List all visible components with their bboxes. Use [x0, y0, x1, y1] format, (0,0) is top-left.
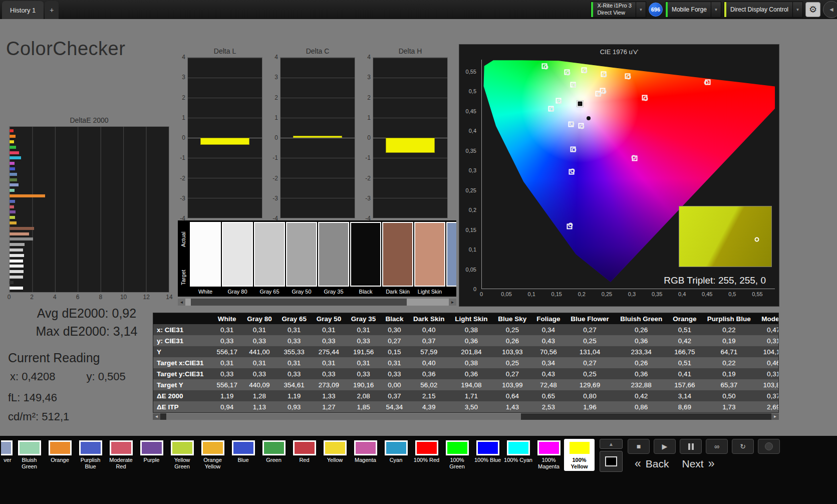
axis-tick: 2	[274, 94, 278, 101]
axis-tick: -3	[180, 195, 185, 202]
cie-1976-panel: CIE 1976 u'v' 00,050,10,150,20,250,30,35…	[459, 44, 779, 307]
pattern-patch-cyan[interactable]: Cyan	[381, 439, 411, 465]
table-scrollbar[interactable]: ◄ ►	[153, 413, 779, 420]
measurement-marker	[597, 92, 602, 97]
table-column-header: White	[212, 313, 242, 324]
deltae-bar	[10, 135, 16, 138]
table-column-header: Gray 80	[242, 313, 276, 324]
scroll-left-button[interactable]: ◄	[178, 299, 185, 306]
deltae-bar	[10, 194, 45, 197]
play-button[interactable]: ▶	[654, 439, 676, 454]
pattern-up-button[interactable]: ▲	[600, 439, 623, 449]
swatch-strip-scrollbar[interactable]: ◄ ►	[178, 299, 456, 306]
pattern-patch-red[interactable]: Red	[289, 439, 320, 465]
table-cell: 103,87	[756, 379, 779, 390]
table-cell: 2,53	[531, 401, 565, 412]
repeat-button[interactable]: ↻	[732, 439, 754, 454]
axis-tick: 0	[480, 291, 483, 297]
results-table-wrap: WhiteGray 80Gray 65Gray 50Gray 35BlackDa…	[153, 313, 779, 413]
swatch-label: Gray 65	[254, 287, 285, 297]
pattern-patch-100-yellow[interactable]: 100% Yellow	[564, 439, 595, 471]
table-column-header: Orange	[668, 313, 702, 324]
pattern-patch-yellow-green[interactable]: Yellow Green	[167, 439, 197, 471]
scroll-left-button[interactable]: ◄	[153, 413, 160, 420]
pattern-patch-green[interactable]: Green	[258, 439, 289, 465]
results-section: WhiteGray 80Gray 65Gray 50Gray 35BlackDa…	[153, 313, 779, 420]
pattern-patch-magenta[interactable]: Magenta	[350, 439, 381, 465]
chevron-left-icon: ◄	[828, 6, 834, 13]
patch-swatch	[262, 440, 286, 455]
table-cell: 0,43	[531, 368, 565, 379]
pattern-window-button[interactable]	[600, 451, 623, 472]
axis-tick: 0,15	[466, 227, 476, 233]
pattern-patch-moderate-red[interactable]: Moderate Red	[106, 439, 136, 471]
pattern-patch-purplish-blue[interactable]: Purplish Blue	[75, 439, 106, 471]
table-cell: 2,69	[756, 401, 779, 412]
stop-button[interactable]: ■	[628, 439, 650, 454]
pattern-source-dropdown[interactable]: Mobile Forge ▼	[665, 2, 721, 18]
table-cell: 0,19	[701, 335, 756, 346]
transport-controls: ▲ ■ ▶ ∞ ↻ « Back Ne	[600, 439, 780, 472]
deltae-bar	[10, 287, 23, 290]
pattern-patch-blue[interactable]: Blue	[228, 439, 258, 465]
current-cdm2: cd/m²: 512,1	[8, 410, 169, 423]
table-cell: 0,31	[346, 324, 381, 335]
display-control-dropdown[interactable]: Direct Display Control ▼	[724, 2, 803, 18]
pattern-patch-yellow[interactable]: Yellow	[320, 439, 350, 465]
pattern-patch-100-magenta[interactable]: 100% Magenta	[533, 439, 564, 471]
pattern-patch-purple[interactable]: Purple	[136, 439, 167, 465]
table-cell: 275,44	[312, 346, 346, 357]
page-title: ColorChecker	[6, 38, 125, 60]
scroll-right-button[interactable]: ►	[449, 299, 456, 306]
row-label: ΔE 2000	[153, 390, 212, 401]
axis-tick: 0	[8, 294, 11, 301]
pattern-patch-100-blue[interactable]: 100% Blue	[472, 439, 503, 465]
meter-dropdown[interactable]: X-Rite i1Pro 3 Direct View ▼	[591, 2, 646, 18]
pattern-patch-100-green[interactable]: 100% Green	[442, 439, 472, 471]
tab-history-1[interactable]: History 1	[2, 1, 44, 19]
deltae-bar	[10, 260, 23, 263]
swatch-label: White	[190, 287, 221, 297]
delta-l-chart: Delta L 43210-1-2-3-4	[176, 47, 262, 218]
axis-tick: 0,5	[469, 88, 476, 94]
deltae-bar	[10, 243, 25, 246]
colorchecker-swatch: Gray 35	[318, 222, 349, 297]
measurement-marker	[583, 69, 588, 73]
pattern-patch-100-red[interactable]: 100% Red	[411, 439, 442, 465]
pause-button[interactable]	[680, 439, 702, 454]
continuous-button[interactable]: ∞	[706, 439, 728, 454]
pattern-patch-orange[interactable]: Orange	[45, 439, 75, 465]
deltae-plot	[9, 126, 169, 293]
top-bar: History 1 + X-Rite i1Pro 3 Direct View ▼…	[0, 0, 837, 19]
table-cell: 129,69	[565, 379, 615, 390]
delta-c-y-axis: 43210-1-2-3-4	[269, 57, 280, 218]
table-cell: 0,31	[312, 357, 346, 368]
pattern-patch-bluish-green[interactable]: Bluish Green	[14, 439, 45, 471]
row-label: Target x:CIE31	[153, 357, 212, 368]
pattern-patch-ver[interactable]: ver	[1, 439, 14, 465]
deltae-x-axis: 02468101214	[9, 294, 169, 303]
table-column-header: Gray 50	[312, 313, 346, 324]
settings-gear-button[interactable]: ⚙	[805, 2, 820, 17]
table-cell: 0,65	[531, 390, 565, 401]
scrollbar-track[interactable]	[185, 299, 449, 306]
back-button[interactable]: « Back	[635, 457, 669, 470]
measurement-marker	[632, 155, 636, 160]
scroll-right-button[interactable]: ►	[771, 413, 779, 420]
pattern-patch-orange-yellow[interactable]: Orange Yellow	[197, 439, 228, 471]
swatch-label: Blue	[446, 287, 456, 297]
axis-tick: 6	[76, 294, 80, 301]
scrollbar-thumb[interactable]	[166, 413, 521, 420]
scrollbar-thumb[interactable]	[191, 299, 407, 306]
add-tab-button[interactable]: +	[45, 1, 59, 19]
table-cell: 0,22	[701, 324, 756, 335]
extra-transport-button[interactable]	[758, 439, 780, 454]
patch-label: Purplish Blue	[75, 457, 106, 469]
current-patch-inset	[679, 206, 772, 267]
deltae-bar	[10, 210, 16, 213]
collapse-panel-button[interactable]: ◄	[823, 1, 837, 18]
scrollbar-track[interactable]	[160, 413, 771, 420]
next-button[interactable]: Next »	[682, 457, 714, 470]
axis-tick: -1	[365, 154, 371, 161]
pattern-patch-100-cyan[interactable]: 100% Cyan	[503, 439, 533, 465]
